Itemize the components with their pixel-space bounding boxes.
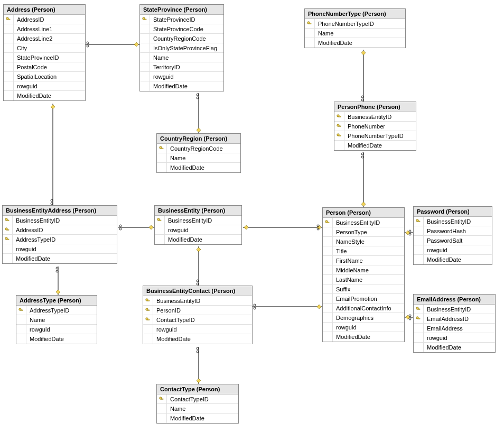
column-name: AddressID: [14, 16, 85, 23]
svg-rect-19: [144, 19, 146, 20]
svg-rect-35: [7, 239, 9, 240]
column-name: CountryRegionCode: [167, 145, 240, 152]
empty-key: [414, 245, 424, 254]
pk-icon: [143, 306, 153, 315]
table-countryregion[interactable]: CountryRegion (Person) CountryRegionCode…: [156, 133, 241, 173]
svg-rect-47: [147, 310, 150, 310]
table-person[interactable]: Person (Person) BusinessEntityID PersonT…: [322, 207, 405, 342]
column-name: PersonType: [333, 229, 404, 235]
table-stateprovince[interactable]: StateProvince (Person) StateProvinceID S…: [139, 4, 224, 91]
table-title: Address (Person): [4, 5, 85, 15]
empty-key: [414, 343, 424, 352]
table-businessentitycontact[interactable]: BusinessEntityContact (Person) BusinessE…: [143, 286, 253, 344]
table-businessentity[interactable]: BusinessEntity (Person) BusinessEntityID…: [154, 205, 242, 245]
column-name: PersonID: [153, 307, 252, 314]
empty-key: [414, 226, 424, 235]
table-title: PersonPhone (Person): [334, 102, 416, 112]
erd-canvas: { "tables": { "address": { "title": "Add…: [0, 0, 504, 441]
column-name: BusinessEntityID: [344, 114, 416, 120]
table-address[interactable]: Address (Person) AddressID AddressLine1 …: [3, 4, 86, 101]
column-name: ModifiedDate: [424, 344, 495, 351]
pk-icon: [155, 216, 165, 225]
table-contacttype[interactable]: ContactType (Person) ContactTypeID Name …: [156, 384, 239, 424]
column-name: SpatialLocation: [14, 74, 85, 80]
column-name: ContactTypeID: [153, 317, 252, 323]
column-name: AdditionalContactInfo: [333, 305, 404, 311]
pk-icon: [157, 394, 167, 403]
svg-rect-41: [418, 221, 420, 222]
empty-key: [140, 24, 150, 33]
pk-icon: [334, 112, 344, 121]
empty-key: [157, 404, 167, 413]
column-name: City: [14, 45, 85, 51]
pk-icon: [157, 144, 167, 153]
table-emailaddress[interactable]: EmailAddress (Person) BusinessEntityID E…: [413, 294, 496, 353]
svg-rect-17: [8, 19, 10, 20]
empty-key: [323, 246, 333, 255]
table-title: BusinessEntityAddress (Person): [3, 206, 117, 216]
column-name: Name: [150, 54, 223, 61]
empty-key: [323, 275, 333, 284]
column-name: Title: [333, 248, 404, 254]
column-name: TerritoryID: [150, 64, 223, 70]
svg-rect-53: [418, 318, 420, 319]
empty-key: [4, 43, 14, 52]
column-name: Name: [315, 30, 405, 36]
column-name: BusinessEntityID: [424, 306, 495, 313]
empty-key: [140, 43, 150, 52]
table-password[interactable]: Password (Person) BusinessEntityID Passw…: [413, 206, 492, 265]
pk-icon: [414, 217, 424, 226]
table-phonenumbertype[interactable]: PhoneNumberType (Person) PhoneNumberType…: [304, 8, 406, 48]
pk-icon: [334, 122, 344, 131]
empty-key: [414, 255, 424, 264]
empty-key: [140, 81, 150, 91]
column-name: BusinessEntityID: [333, 219, 404, 226]
column-name: ModifiedDate: [26, 336, 97, 342]
pk-icon: [334, 131, 344, 140]
empty-key: [305, 38, 315, 48]
column-name: NameStyle: [333, 238, 404, 245]
column-name: PasswordSalt: [424, 237, 492, 244]
empty-key: [16, 325, 26, 334]
column-name: rowguid: [150, 74, 223, 80]
pk-icon: [3, 225, 13, 234]
column-name: PostalCode: [14, 64, 85, 70]
column-name: rowguid: [153, 326, 252, 333]
column-name: PhoneNumber: [344, 123, 416, 130]
column-name: rowguid: [165, 227, 241, 233]
table-personphone[interactable]: PersonPhone (Person) BusinessEntityID Ph…: [334, 102, 416, 151]
empty-key: [157, 414, 167, 423]
table-title: BusinessEntity (Person): [155, 206, 241, 216]
pk-icon: [3, 235, 13, 244]
empty-key: [323, 323, 333, 332]
svg-rect-27: [339, 135, 341, 136]
column-name: BusinessEntityID: [13, 217, 117, 224]
column-name: rowguid: [14, 83, 85, 89]
pk-icon: [143, 296, 153, 305]
column-name: AddressTypeID: [13, 236, 117, 243]
svg-rect-25: [339, 126, 341, 126]
empty-key: [4, 24, 14, 33]
empty-key: [323, 332, 333, 342]
column-name: BusinessEntityID: [424, 218, 492, 225]
column-name: MiddleName: [333, 267, 404, 273]
empty-key: [323, 265, 333, 274]
empty-key: [414, 236, 424, 245]
table-title: EmailAddress (Person): [414, 295, 495, 305]
table-addresstype[interactable]: AddressType (Person) AddressTypeID Name …: [16, 295, 97, 344]
column-name: PasswordHash: [424, 228, 492, 234]
column-name: EmailAddressID: [424, 316, 495, 322]
table-title: StateProvince (Person): [140, 5, 223, 15]
table-title: Person (Person): [323, 208, 404, 218]
column-name: Name: [26, 317, 97, 323]
table-businessentityaddress[interactable]: BusinessEntityAddress (Person) BusinessE…: [2, 205, 117, 264]
empty-key: [16, 315, 26, 324]
column-name: StateProvinceCode: [150, 26, 223, 32]
empty-key: [157, 153, 167, 162]
pk-icon: [140, 15, 150, 24]
column-name: rowguid: [13, 246, 117, 252]
empty-key: [414, 333, 424, 342]
svg-rect-45: [147, 300, 150, 301]
column-name: Name: [167, 155, 240, 161]
column-name: rowguid: [424, 247, 492, 253]
